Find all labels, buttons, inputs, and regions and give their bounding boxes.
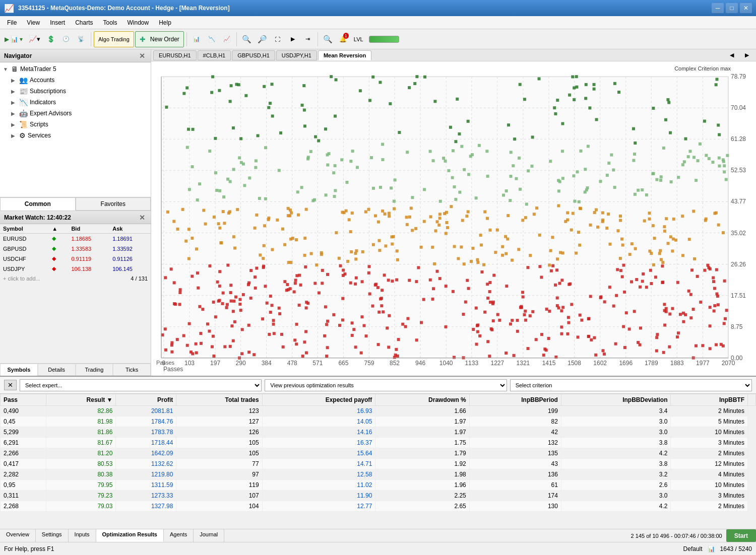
chart-type-1[interactable]: 📊 xyxy=(190,31,204,47)
svg-rect-187 xyxy=(655,178,658,181)
nav-tab-favorites[interactable]: Favorites xyxy=(76,197,151,211)
search-btn[interactable]: 🔍 xyxy=(321,31,335,47)
results-tab-journal[interactable]: Journal xyxy=(194,529,224,542)
chart-type-3[interactable]: 📈 xyxy=(220,31,234,47)
mw-tab-details[interactable]: Details xyxy=(38,364,76,376)
results-tab-inputs[interactable]: Inputs xyxy=(69,529,96,542)
table-row[interactable]: 5,29981.861783.7812614.161.97423.010 Min… xyxy=(1,427,756,438)
table-cell: 174 xyxy=(469,491,561,501)
svg-rect-293 xyxy=(381,143,384,146)
svg-rect-332 xyxy=(438,277,442,280)
results-tab-optimization[interactable]: Optimization Results xyxy=(96,529,164,542)
svg-rect-819 xyxy=(553,106,556,109)
table-row[interactable]: 2,26681.201642.0910515.641.791354.22 Min… xyxy=(1,448,756,459)
mw-row-eurusd[interactable]: EURUSD ◆ 1.18685 1.18691 xyxy=(0,234,151,244)
svg-text:571: 571 xyxy=(312,360,323,367)
svg-rect-186 xyxy=(631,242,634,245)
svg-rect-674 xyxy=(173,281,176,284)
mw-tab-ticks[interactable]: Ticks xyxy=(113,364,151,376)
chart-tab-mean-reversion[interactable]: Mean Reversion xyxy=(318,50,371,60)
nav-scripts[interactable]: ▶ 📜 Scripts xyxy=(0,119,151,130)
chart-tab-gbpusd[interactable]: GBPUSD,H1 xyxy=(232,50,275,60)
table-row[interactable]: 0,9579.951311.5911911.021.96612.610 Minu… xyxy=(1,480,756,491)
chart-tab-eurusd[interactable]: EURUSD,H1 xyxy=(153,50,197,60)
menu-insert[interactable]: Insert xyxy=(45,18,70,28)
mw-row-add[interactable]: + click to add... 4 / 131 xyxy=(0,274,151,284)
menu-help[interactable]: Help xyxy=(154,18,176,28)
chart-tab-clb[interactable]: #CLB,H1 xyxy=(198,50,231,60)
svg-text:1696: 1696 xyxy=(619,360,633,367)
chart-next-btn[interactable]: ▶ xyxy=(740,50,754,60)
table-row[interactable]: 2,26879.031327.9810412.772.651304.22 Min… xyxy=(1,501,756,512)
nav-services[interactable]: ▶ ⚙ Services xyxy=(0,130,151,141)
mw-row-usdchf[interactable]: USDCHF ◆ 0.91119 0.91126 xyxy=(0,254,151,264)
chart-prev-btn[interactable]: ◀ xyxy=(725,50,739,60)
table-row[interactable]: 0,49082.862081.8112316.931.661993.42 Min… xyxy=(1,406,756,417)
nav-root[interactable]: ▼ 🖥 MetaTrader 5 xyxy=(0,63,151,75)
table-cell: 4 Minutes xyxy=(671,469,748,480)
svg-text:61.28: 61.28 xyxy=(731,135,746,143)
start-button[interactable]: Start xyxy=(726,529,756,542)
notification-btn[interactable]: 🔔 1 xyxy=(336,31,350,47)
expert-select[interactable]: Select expert... xyxy=(20,379,262,391)
lvl-btn[interactable]: LVL xyxy=(351,31,366,47)
full-screen-btn[interactable]: ⛶ xyxy=(271,31,285,47)
dollar-btn[interactable]: 💲 xyxy=(44,31,58,47)
zoom-out-btn[interactable]: 🔎 xyxy=(255,31,270,47)
results-tab-agents[interactable]: Agents xyxy=(164,529,194,542)
mw-tab-trading[interactable]: Trading xyxy=(76,364,113,376)
nav-indicators[interactable]: ▶ 📉 Indicators xyxy=(0,97,151,108)
nav-subscriptions[interactable]: ▶ 📰 Subscriptions xyxy=(0,86,151,97)
signal-btn[interactable]: 📡 xyxy=(74,31,88,47)
col-result[interactable]: Result ▼ xyxy=(46,394,116,406)
navigator-close-btn[interactable]: ✕ xyxy=(138,51,147,60)
scroll-btn[interactable]: ⇥ xyxy=(301,31,315,47)
table-row[interactable]: 0,31179.231273.3310711.902.251743.03 Min… xyxy=(1,491,756,501)
svg-rect-529 xyxy=(164,349,167,352)
svg-rect-522 xyxy=(574,200,577,203)
table-row[interactable]: 2,28280.381219.809712.581.981363.24 Minu… xyxy=(1,469,756,480)
nav-accounts[interactable]: ▶ 👥 Accounts xyxy=(0,75,151,86)
panel-collapse-btn[interactable]: ✕ xyxy=(4,380,17,390)
title-bar-controls[interactable]: ─ □ ✕ xyxy=(712,3,752,13)
market-watch-close[interactable]: ✕ xyxy=(138,213,147,222)
minimize-button[interactable]: ─ xyxy=(712,3,724,13)
close-button[interactable]: ✕ xyxy=(740,3,752,13)
svg-rect-812 xyxy=(294,279,297,282)
criterion-select[interactable]: Select criterion xyxy=(510,379,752,391)
mw-row-gbpusd[interactable]: GBPUSD ◆ 1.33583 1.33592 xyxy=(0,244,151,254)
svg-rect-159 xyxy=(637,189,640,192)
svg-rect-824 xyxy=(178,291,181,294)
svg-rect-691 xyxy=(229,100,232,103)
menu-file[interactable]: File xyxy=(2,18,22,28)
menu-charts[interactable]: Charts xyxy=(70,18,98,28)
menu-view[interactable]: View xyxy=(22,18,45,28)
table-row[interactable]: 6,29181.671718.4410516.371.751323.83 Min… xyxy=(1,438,756,448)
chart-tab-usdjpy[interactable]: USDJPY,H1 xyxy=(276,50,317,60)
results-tab-overview[interactable]: Overview xyxy=(0,529,36,542)
zoom-in-btn[interactable]: 🔍 xyxy=(239,31,254,47)
prev-results-select[interactable]: View previous optimization results xyxy=(265,379,507,391)
nav-expert-advisors[interactable]: ▶ 🤖 Expert Advisors xyxy=(0,108,151,119)
new-order-btn[interactable]: ✚ New Order xyxy=(135,31,184,47)
svg-rect-299 xyxy=(463,262,466,265)
timeframe-btn[interactable]: 📈▾ xyxy=(26,31,43,47)
results-tab-settings[interactable]: Settings xyxy=(36,529,69,542)
new-chart-btn[interactable]: ▶ 📊 ▾ xyxy=(2,31,25,47)
svg-rect-454 xyxy=(349,160,352,163)
svg-rect-76 xyxy=(695,344,698,348)
mw-tab-symbols[interactable]: Symbols xyxy=(0,364,38,376)
history-btn[interactable]: 🕐 xyxy=(59,31,73,47)
svg-rect-727 xyxy=(394,178,397,181)
table-row[interactable]: 0,4581.981784.7612714.051.97823.05 Minut… xyxy=(1,417,756,427)
table-row[interactable]: 0,41780.531132.627714.711.92433.812 Minu… xyxy=(1,459,756,469)
chart-type-2[interactable]: 📉 xyxy=(205,31,219,47)
nav-tab-common[interactable]: Common xyxy=(0,197,76,211)
menu-tools[interactable]: Tools xyxy=(98,18,122,28)
menu-window[interactable]: Window xyxy=(122,18,154,28)
svg-rect-130 xyxy=(365,334,368,337)
scroll-right-btn[interactable]: ▶ xyxy=(286,31,300,47)
mw-row-usdjpy[interactable]: USDJPY ◆ 106.138 106.145 xyxy=(0,264,151,274)
restore-button[interactable]: □ xyxy=(726,3,738,13)
algo-trading-btn[interactable]: Algo Trading xyxy=(94,31,134,47)
